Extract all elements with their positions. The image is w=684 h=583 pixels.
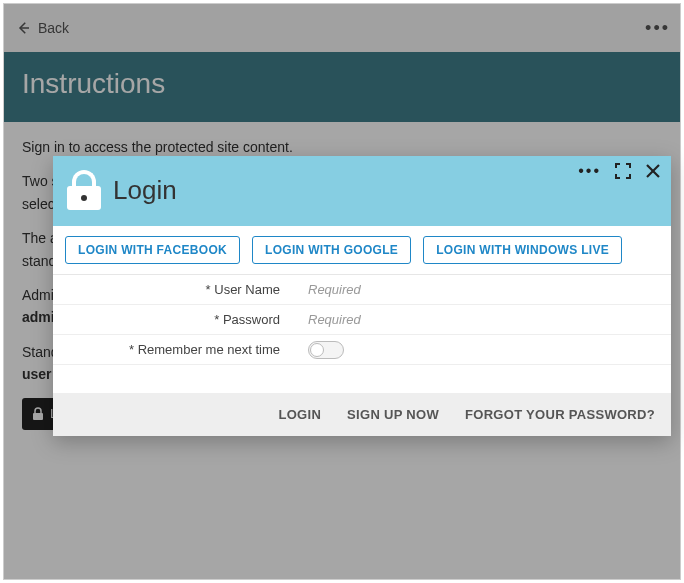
- username-row: * User Name Required: [53, 275, 671, 305]
- signup-button[interactable]: SIGN UP NOW: [347, 407, 439, 422]
- modal-more-icon[interactable]: •••: [578, 162, 601, 180]
- modal-footer: LOGIN SIGN UP NOW FORGOT YOUR PASSWORD?: [53, 393, 671, 436]
- modal-header: Login •••: [53, 156, 671, 226]
- login-facebook-button[interactable]: LOGIN WITH FACEBOOK: [65, 236, 240, 264]
- oauth-row: LOGIN WITH FACEBOOK LOGIN WITH GOOGLE LO…: [53, 226, 671, 275]
- password-row: * Password Required: [53, 305, 671, 335]
- username-label: * User Name: [53, 282, 298, 297]
- close-icon[interactable]: [645, 163, 661, 179]
- lock-icon: [67, 170, 101, 210]
- fullscreen-icon[interactable]: [615, 163, 631, 179]
- login-modal: Login ••• LOGIN WITH FACEBOOK LOGIN WITH…: [53, 156, 671, 436]
- remember-label: * Remember me next time: [53, 342, 298, 357]
- login-button[interactable]: LOGIN: [278, 407, 321, 422]
- login-windows-live-button[interactable]: LOGIN WITH WINDOWS LIVE: [423, 236, 622, 264]
- password-input[interactable]: Required: [298, 312, 671, 327]
- forgot-password-button[interactable]: FORGOT YOUR PASSWORD?: [465, 407, 655, 422]
- password-label: * Password: [53, 312, 298, 327]
- remember-row: * Remember me next time: [53, 335, 671, 365]
- modal-title: Login: [113, 175, 177, 206]
- username-input[interactable]: Required: [298, 282, 671, 297]
- remember-toggle[interactable]: [308, 341, 344, 359]
- login-google-button[interactable]: LOGIN WITH GOOGLE: [252, 236, 411, 264]
